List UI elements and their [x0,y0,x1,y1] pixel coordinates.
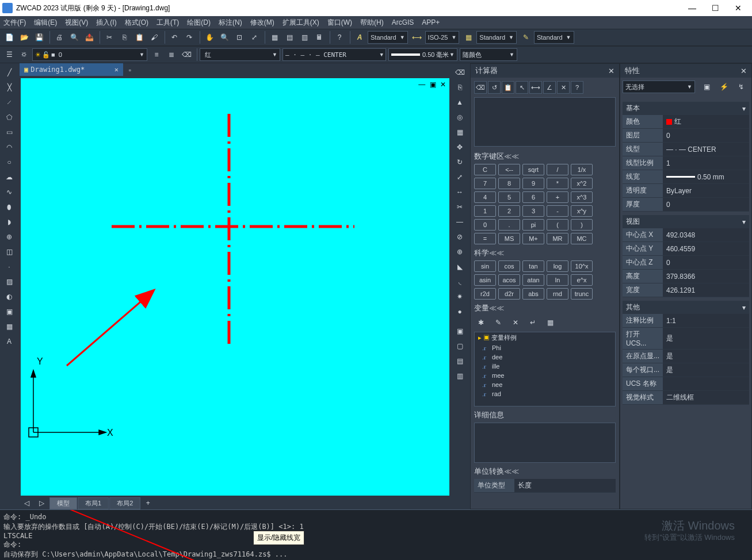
rectangle-icon[interactable]: ▭ [2,125,16,139]
property-row[interactable]: UCS 名称 [623,377,749,391]
property-row[interactable]: 厚度0 [623,198,749,212]
detail-header[interactable]: 详细信息 [474,410,616,420]
order-below-icon[interactable]: ▥ [453,369,467,383]
property-row[interactable]: 高度379.8366 [623,270,749,283]
menu-item[interactable]: 绘图(D) [187,18,211,28]
calc-clear-icon[interactable]: ⌫ [474,81,487,94]
block-icon[interactable]: ◫ [2,245,16,259]
tab-add-icon[interactable]: + [141,496,155,510]
properties-icon[interactable]: ▦ [268,30,281,44]
props-close-icon[interactable]: ✕ [740,67,747,75]
calc-dist-icon[interactable]: ⟷ [529,81,542,94]
plotcolor-combo[interactable]: 随颜色▼ [460,48,517,61]
matchprop-icon[interactable]: 🖌 [147,30,161,44]
copy-obj-icon[interactable]: ⎘ [453,80,467,94]
menu-item[interactable]: APP+ [422,18,440,26]
calc-key[interactable]: 8 [498,178,520,189]
pan-icon[interactable]: ✋ [203,30,216,44]
calc-key[interactable]: . [498,219,520,231]
join-icon[interactable]: ⊕ [453,245,467,259]
calc-key[interactable]: MS [498,233,520,244]
polygon-icon[interactable]: ⬠ [2,110,16,124]
file-tab[interactable]: ▣ Drawing1.dwg* ✕ [20,63,123,76]
calc-hist-icon[interactable]: ↺ [488,81,501,94]
extend-icon[interactable]: — [453,215,467,229]
selall-icon[interactable]: ↯ [734,80,748,94]
lineweight-combo[interactable]: 0.50 毫米▼ [388,48,457,61]
quicksel-icon[interactable]: ⚡ [717,80,731,94]
toolpalette-icon[interactable]: ▥ [297,30,311,44]
order-front-icon[interactable]: ▣ [453,324,467,338]
explode-icon[interactable]: ✷ [453,290,467,304]
property-row[interactable]: 颜色红 [623,115,749,129]
calc-key[interactable]: ( [547,219,568,231]
calc-icon[interactable]: 🖩 [312,30,326,44]
tablestyle-combo[interactable]: Standard▼ [476,31,517,44]
calc-key[interactable]: 0 [474,219,496,231]
xline-icon[interactable]: ╳ [2,80,16,94]
tab-layout2[interactable]: 布局2 [109,497,140,509]
mtext-icon[interactable]: A [2,335,16,348]
calc-key[interactable]: atan [522,274,544,286]
help-icon[interactable]: ? [333,30,346,44]
variable-item[interactable]: 𝑥nee [475,380,615,389]
var-new-icon[interactable]: ✱ [474,316,488,329]
menu-item[interactable]: 文件(F) [3,18,26,28]
calc-key[interactable]: 7 [474,178,496,189]
property-row[interactable]: 线型— · — CENTER [623,143,749,156]
property-row[interactable]: 透明度ByLayer [623,184,749,198]
property-row[interactable]: 线宽0.50 mm [623,170,749,184]
calc-key[interactable]: x^3 [571,191,593,203]
calc-key[interactable]: 2 [498,205,520,217]
calc-key[interactable]: * [547,178,568,189]
calc-key[interactable]: e^x [571,274,593,286]
zoom-icon[interactable]: 🔍 [217,30,231,44]
group-other[interactable]: 其他▾ [623,301,749,314]
calc-key[interactable]: = [474,233,496,244]
layerprev-icon[interactable]: ⌫ [180,48,193,62]
calc-key[interactable]: d2r [498,288,520,300]
property-row[interactable]: 中心点 X492.0348 [623,228,749,242]
calc-key[interactable]: MR [547,233,568,244]
calc-key[interactable]: log [547,260,568,272]
polyline-icon[interactable]: ⟋ [2,95,16,109]
var-header[interactable]: 变量≪≪ [474,303,616,313]
scale-icon[interactable]: ⤢ [453,170,467,184]
calc-key[interactable]: 6 [522,191,544,203]
menu-item[interactable]: 标注(N) [219,18,242,28]
group-basic[interactable]: 基本▾ [623,102,749,115]
line-icon[interactable]: ╱ [2,66,16,79]
sci-header[interactable]: 科学≪≪ [474,248,616,258]
calc-key[interactable]: abs [522,288,544,300]
array-icon[interactable]: ▦ [453,125,467,139]
variable-tree[interactable]: ▸ ▣ 变量样例 𝑥Phi𝑥dee𝑥ille𝑥mee𝑥nee𝑥rad [474,332,616,406]
variable-item[interactable]: 𝑥ille [475,362,615,371]
calc-display[interactable] [474,97,616,147]
textstyle-combo[interactable]: Standard▼ [368,31,408,44]
calc-help-icon[interactable]: ? [571,81,583,94]
calc-angle-icon[interactable]: ∠ [543,81,556,94]
var-send-icon[interactable]: ↵ [526,316,540,329]
menu-item[interactable]: 扩展工具(X) [283,18,319,28]
calc-key[interactable]: - [547,205,568,217]
point-icon[interactable]: · [2,260,16,274]
property-row[interactable]: 在原点显...是 [623,350,749,363]
layermgr-icon[interactable]: ☰ [2,48,16,62]
tab-layout1[interactable]: 布局1 [78,497,109,509]
calc-key[interactable]: cos [498,260,520,272]
circle-icon[interactable]: ○ [2,155,16,169]
linetype-combo[interactable]: — · — · — CENTER▼ [283,48,386,61]
numpad-header[interactable]: 数字键区≪≪ [474,151,616,162]
erase-icon[interactable]: ⌫ [453,66,467,79]
property-row[interactable]: 每个视口...是 [623,363,749,377]
save-icon[interactable]: 💾 [32,30,46,44]
dimstyle-icon[interactable]: ⟷ [410,30,424,44]
calc-key[interactable]: 9 [522,178,544,189]
ellipse-icon[interactable]: ⬮ [2,200,16,214]
spline-icon[interactable]: ∿ [2,185,16,199]
calc-key[interactable]: 1/x [571,164,593,175]
calc-key[interactable]: 4 [474,191,496,203]
sphere-icon[interactable]: ● [453,305,467,319]
variable-item[interactable]: 𝑥dee [475,352,615,362]
calc-key[interactable]: 5 [498,191,520,203]
